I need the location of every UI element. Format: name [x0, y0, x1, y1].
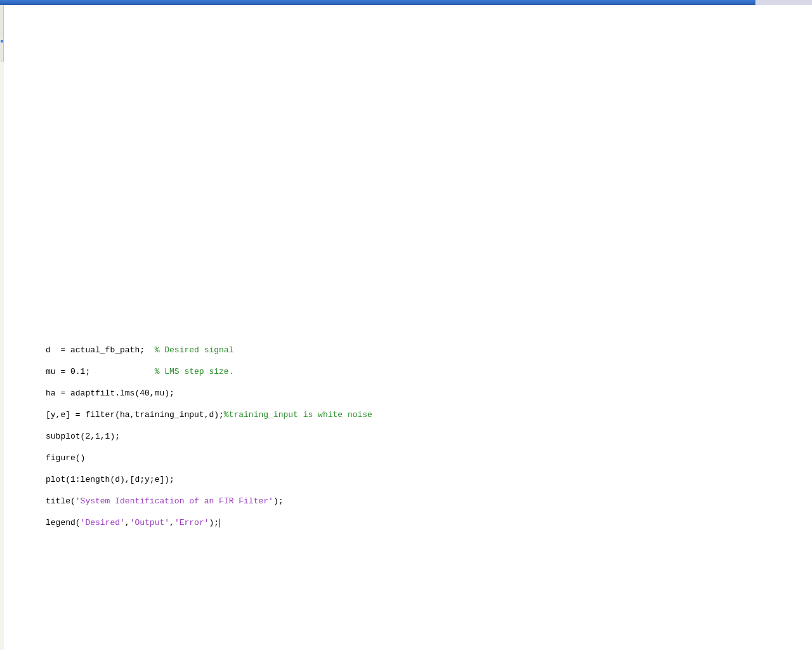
code-segment: d = actual_fb_path; [46, 345, 155, 355]
code-line-5: subplot(2,1,1); [46, 431, 372, 442]
editor-content-area[interactable]: d = actual_fb_path; % Desired signal mu … [4, 5, 812, 650]
string-segment: 'Error' [174, 518, 209, 527]
code-line-8: title('System Identification of an FIR F… [46, 496, 372, 507]
code-segment: , [125, 518, 130, 527]
string-segment: 'Output' [130, 518, 169, 527]
code-segment: subplot(2,1,1); [46, 432, 120, 441]
comment-segment: % LMS step size. [155, 367, 234, 376]
code-text[interactable]: d = actual_fb_path; % Desired signal mu … [46, 334, 372, 550]
text-cursor [219, 519, 219, 527]
code-line-6: figure() [46, 453, 372, 463]
code-line-4: [y,e] = filter(ha,training_input,d);%tra… [46, 409, 372, 420]
window-title-bar [0, 0, 812, 5]
string-segment: 'System Identification of an FIR Filter' [75, 496, 273, 506]
code-segment: legend( [46, 518, 81, 527]
string-segment: 'Desired' [81, 518, 125, 527]
code-line-7: plot(1:length(d),[d;y;e]); [46, 474, 372, 485]
code-segment: plot(1:length(d),[d;y;e]); [46, 475, 174, 484]
code-segment: ha = adaptfilt.lms(40,mu); [46, 388, 174, 398]
code-segment: title( [46, 496, 75, 506]
code-line-1: d = actual_fb_path; % Desired signal [46, 345, 372, 355]
comment-segment: %training_input is white noise [224, 410, 372, 420]
code-segment: [y,e] = filter(ha,training_input,d); [46, 410, 224, 420]
code-segment: figure() [46, 453, 85, 463]
code-segment: ); [209, 518, 219, 527]
comment-segment: % Desired signal [155, 345, 234, 355]
code-line-3: ha = adaptfilt.lms(40,mu); [46, 388, 372, 399]
code-segment: , [169, 518, 174, 527]
code-line-9: legend('Desired','Output','Error'); [46, 517, 372, 528]
code-segment: mu = 0.1; [46, 367, 155, 376]
code-line-2: mu = 0.1; % LMS step size. [46, 366, 372, 377]
code-segment: ); [273, 496, 284, 506]
